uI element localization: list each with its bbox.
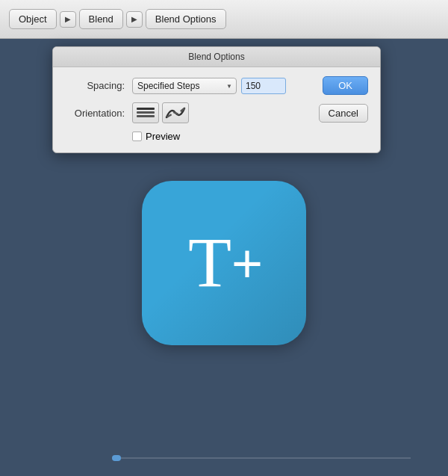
dialog-body: Spacing: Smooth Color Specified Steps Sp…	[53, 67, 380, 152]
steps-input[interactable]	[241, 78, 286, 94]
blend-options-dialog: Blend Options Spacing: Smooth Color Spec…	[52, 46, 381, 153]
preview-row: Preview	[132, 131, 368, 142]
orientation-label: Orientation:	[65, 108, 125, 119]
object-button[interactable]: Object	[9, 9, 57, 29]
cancel-button[interactable]: Cancel	[319, 104, 368, 123]
orientation-align-icon[interactable]	[132, 102, 159, 123]
spacing-select[interactable]: Smooth Color Specified Steps Specified D…	[132, 78, 237, 94]
app-icon-t: T	[188, 222, 228, 304]
orientation-row: Orientation:	[65, 102, 368, 123]
blend-options-button[interactable]: Blend Options	[146, 9, 226, 29]
app-icon-plus: +	[231, 232, 260, 294]
spacing-row: Spacing: Smooth Color Specified Steps Sp…	[65, 76, 368, 95]
arrow-icon-2: ▶	[126, 11, 143, 28]
blend-button[interactable]: Blend	[79, 9, 123, 29]
spacing-label: Spacing:	[65, 80, 125, 91]
scrollbar-track	[112, 457, 411, 459]
app-icon-container: T +	[142, 181, 306, 345]
toolbar: Object ▶ Blend ▶ Blend Options	[0, 0, 448, 39]
ok-button[interactable]: OK	[323, 76, 368, 95]
spacing-select-wrapper: Smooth Color Specified Steps Specified D…	[132, 78, 237, 94]
svg-rect-0	[137, 108, 155, 110]
svg-rect-2	[137, 115, 155, 117]
scrollbar-thumb[interactable]	[112, 455, 121, 461]
svg-rect-1	[137, 111, 155, 114]
app-icon: T +	[142, 181, 306, 345]
main-canvas: T + Blend Options Spacing: Smooth Color …	[0, 39, 448, 476]
arrow-icon-1: ▶	[60, 11, 76, 28]
orientation-path-icon[interactable]	[162, 102, 189, 123]
app-icon-text: T +	[188, 222, 260, 304]
scrollbar[interactable]	[112, 455, 411, 461]
dialog-title: Blend Options	[53, 47, 380, 67]
preview-label: Preview	[146, 131, 180, 142]
preview-checkbox[interactable]	[132, 132, 142, 141]
